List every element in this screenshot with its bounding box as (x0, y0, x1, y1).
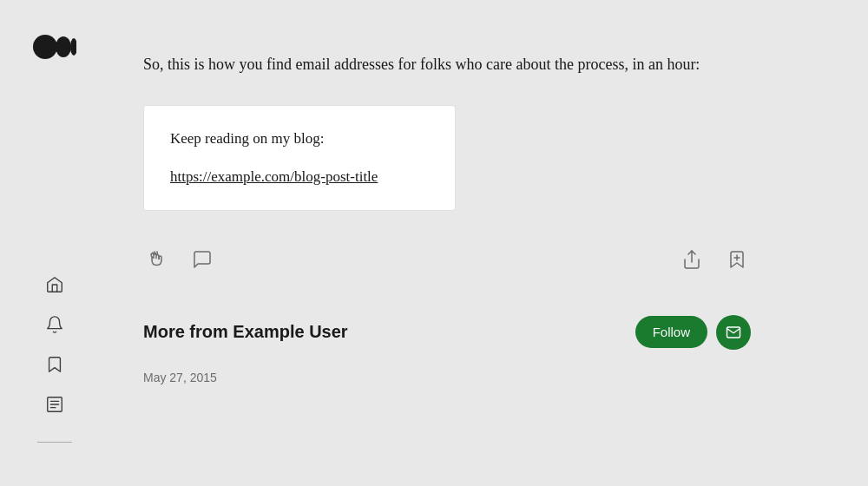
sidebar-item-bookmarks[interactable] (45, 355, 64, 374)
medium-logo[interactable] (33, 17, 76, 62)
more-from-header: More from Example User Follow (143, 315, 751, 350)
sidebar-nav (37, 275, 72, 443)
article-date: May 27, 2015 (143, 371, 751, 384)
svg-point-0 (33, 35, 57, 59)
actions-left (143, 246, 216, 273)
actions-right (678, 246, 751, 273)
sidebar (0, 0, 108, 486)
more-from-section: More from Example User Follow May 27, 20… (143, 315, 751, 384)
svg-point-1 (56, 36, 71, 57)
svg-point-2 (70, 38, 76, 56)
actions-row (143, 239, 751, 280)
more-from-title: More from Example User (143, 322, 348, 342)
blog-card-label: Keep reading on my blog: (170, 130, 429, 148)
save-button[interactable] (723, 246, 751, 273)
more-from-actions: Follow (635, 315, 751, 350)
clap-button[interactable] (143, 246, 171, 273)
main-content: So, this is how you find email addresses… (108, 0, 868, 486)
comment-button[interactable] (188, 246, 216, 273)
article-body: So, this is how you find email addresses… (143, 52, 751, 77)
blog-card: Keep reading on my blog: https://example… (143, 105, 456, 211)
follow-button[interactable]: Follow (635, 316, 707, 348)
sidebar-item-home[interactable] (45, 275, 64, 294)
sidebar-item-lists[interactable] (45, 395, 64, 414)
subscribe-button[interactable] (716, 315, 751, 350)
share-button[interactable] (678, 246, 706, 273)
sidebar-divider (37, 442, 72, 443)
blog-card-link[interactable]: https://example.com/blog-post-title (170, 168, 378, 185)
sidebar-item-notifications[interactable] (45, 315, 64, 334)
